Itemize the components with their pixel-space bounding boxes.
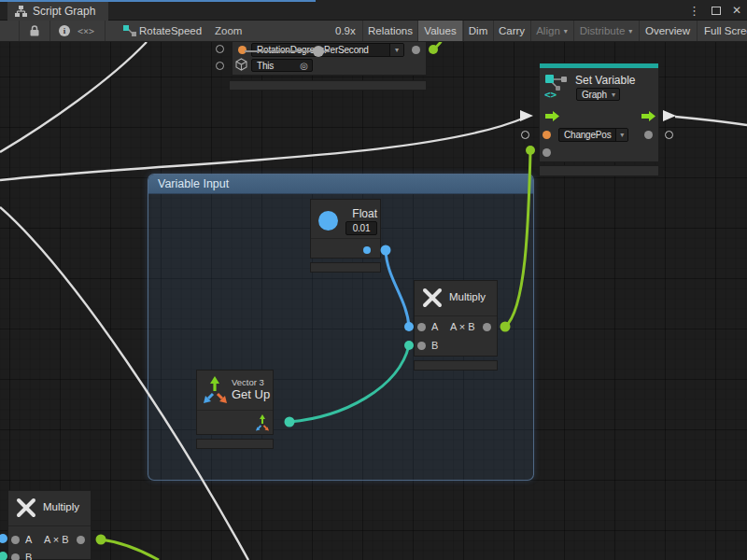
group-header[interactable]: Variable Input — [148, 175, 533, 194]
port-result-out[interactable] — [483, 323, 491, 331]
window-menu-icon[interactable]: ⋮ — [686, 4, 702, 18]
node-accent-strip — [540, 63, 658, 68]
svg-text:<>: <> — [544, 89, 557, 99]
toolbar-button-distribute[interactable]: Distribute▾ — [574, 21, 638, 41]
multiply-title: Multiply — [43, 501, 79, 512]
scope-dropdown[interactable]: Graph ▾ — [576, 88, 620, 101]
node-float[interactable]: Float 0.01 — [310, 199, 381, 259]
toolbar-button-carry[interactable]: Carry — [494, 21, 529, 41]
node-get-variable[interactable]: RotationDegreesPerSecond ▾ This ◎ — [232, 42, 427, 76]
chevron-down-icon: ▾ — [628, 27, 632, 35]
breadcrumb-graph-name[interactable]: RotateSpeed — [139, 21, 202, 41]
window-close-icon[interactable]: ✕ — [730, 4, 743, 17]
set-variable-name-value: ChangePos — [559, 130, 615, 140]
node-multiply[interactable]: Multiply A A × B B — [414, 280, 498, 357]
port-value-input[interactable] — [543, 148, 551, 157]
port-out-value[interactable] — [644, 131, 653, 139]
flow-in-arrow-icon[interactable] — [545, 111, 559, 121]
toolbar-button-relations[interactable]: Relations — [363, 21, 417, 41]
node-set-variable-footer — [539, 165, 659, 176]
set-variable-name-field[interactable]: ChangePos ▾ — [558, 128, 628, 142]
label-b: B — [431, 340, 438, 351]
row-divider — [311, 238, 380, 239]
port-ring-left[interactable] — [521, 131, 529, 139]
code-preview-icon[interactable]: <×> — [73, 21, 99, 41]
float-type-icon — [318, 211, 338, 231]
target-value: This — [252, 61, 300, 71]
port-name-in[interactable] — [543, 131, 551, 139]
lock-icon[interactable] — [24, 21, 45, 41]
multiply-icon — [16, 497, 36, 518]
toolbar-button-fullscreen[interactable]: Full Screen — [698, 21, 747, 41]
window-restore-icon[interactable] — [712, 7, 721, 15]
toolbar-button-values[interactable]: Values — [418, 21, 462, 41]
node-get-up[interactable]: Vector 3 Get Up — [196, 370, 274, 435]
port-b-in[interactable] — [11, 553, 20, 560]
graph-toolbar: i <×> RotateSpeed Zoom 0.9x Relations Va… — [0, 21, 747, 42]
port-vector3-out-icon[interactable] — [255, 414, 270, 431]
row-divider — [415, 315, 497, 316]
group-title: Variable Input — [158, 177, 229, 190]
node-get-variable-footer — [229, 80, 427, 91]
float-value: 0.01 — [346, 223, 376, 233]
row-divider — [8, 525, 91, 526]
get-up-title: Get Up — [232, 387, 270, 401]
port-result-out[interactable] — [77, 536, 85, 544]
float-title: Float — [346, 207, 377, 220]
gameobject-cube-icon — [235, 58, 247, 71]
port-b-in[interactable] — [417, 342, 426, 350]
port-a-in[interactable] — [417, 323, 426, 331]
label-result: A × B — [44, 534, 69, 545]
variable-dropdown[interactable]: ▾ — [389, 44, 403, 56]
port-a-in[interactable] — [11, 536, 20, 544]
set-variable-dropdown[interactable]: ▾ — [615, 129, 627, 141]
vector3-icon — [203, 376, 229, 404]
flow-out-arrow-icon[interactable] — [641, 111, 655, 121]
get-up-type: Vector 3 — [232, 377, 264, 387]
graph-asset-icon — [121, 21, 138, 41]
port-value-out[interactable] — [412, 46, 420, 54]
label-a: A — [431, 321, 438, 332]
toolbar-button-overview[interactable]: Overview — [640, 21, 696, 41]
script-graph-window: Variable Input RotationDegreesPerSecond … — [0, 0, 747, 560]
node-set-variable[interactable]: <> Set Variable Graph ▾ ChangePos ▾ — [539, 63, 659, 162]
label-result: A × B — [450, 321, 475, 332]
set-variable-icon: <> — [544, 73, 571, 99]
node-float-footer — [310, 262, 381, 273]
zoom-label: Zoom — [215, 21, 242, 41]
node-multiply-bottom[interactable]: Multiply A A × B B — [7, 490, 92, 560]
info-icon[interactable]: i — [56, 21, 73, 41]
chevron-down-icon: ▾ — [564, 27, 568, 35]
set-variable-title: Set Variable — [575, 74, 635, 87]
label-b: B — [25, 552, 32, 560]
label-a: A — [25, 534, 32, 545]
tab-title: Script Graph — [33, 5, 95, 18]
target-picker-icon[interactable]: ◎ — [300, 61, 312, 71]
row-divider — [197, 410, 273, 411]
toolbar-button-dim[interactable]: Dim — [464, 21, 492, 41]
zoom-value: 0.9x — [335, 21, 356, 41]
toolbar-button-align[interactable]: Align▾ — [531, 21, 572, 41]
zoom-slider-handle[interactable] — [313, 46, 324, 57]
get-variable-target-field[interactable]: This ◎ — [251, 59, 313, 72]
port-float-out[interactable] — [363, 246, 371, 254]
port-ring-top[interactable] — [216, 45, 224, 53]
multiply-icon — [422, 287, 443, 308]
graph-tree-icon — [15, 6, 27, 17]
node-get-up-footer — [196, 439, 274, 449]
scope-value: Graph — [577, 90, 612, 100]
port-ring-bottom[interactable] — [216, 62, 224, 70]
multiply-title: Multiply — [449, 291, 486, 302]
node-multiply-footer — [414, 360, 498, 371]
tab-bar: Script Graph ⋮ ✕ — [0, 0, 747, 21]
float-value-field[interactable]: 0.01 — [345, 221, 377, 235]
port-ring-right[interactable] — [665, 131, 673, 139]
tab-script-graph[interactable]: Script Graph — [7, 2, 108, 21]
